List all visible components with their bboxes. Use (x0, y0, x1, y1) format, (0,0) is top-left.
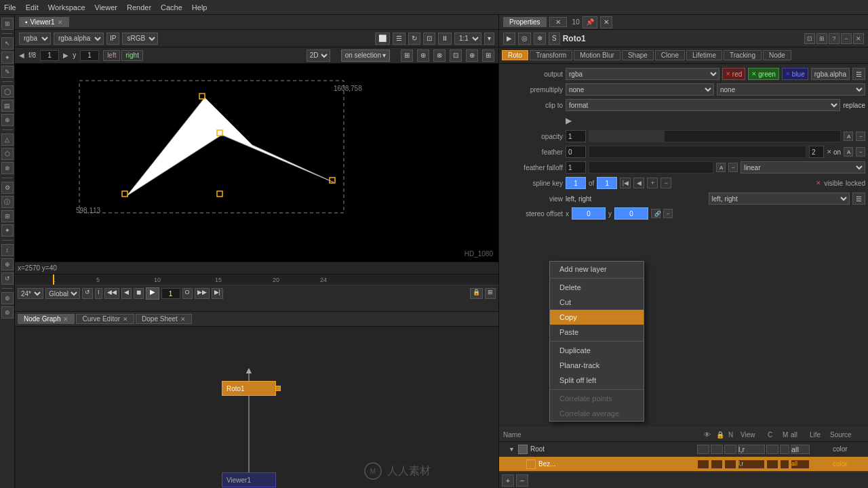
menu-render[interactable]: Render (127, 3, 151, 12)
end-btn[interactable]: ▶| (212, 288, 223, 299)
tool-track[interactable]: ⊕ (1, 114, 14, 126)
add-layer-btn[interactable]: + (502, 474, 514, 487)
ctx-split-off-left[interactable]: Split off left (550, 373, 644, 388)
rgba-select[interactable]: rgba (19, 33, 51, 45)
menu-viewer[interactable]: Viewer (95, 3, 117, 12)
2d-mode-select[interactable]: 2D (307, 49, 330, 62)
roto-tab-shape[interactable]: Shape (622, 50, 654, 60)
curve-editor-tab-close[interactable]: ✕ (123, 316, 128, 323)
pin-icon[interactable]: 📌 (583, 16, 597, 28)
roto-tab-motion-blur[interactable]: Motion Blur (574, 50, 620, 60)
left-view-btn[interactable]: left (103, 50, 120, 61)
unpin-icon[interactable]: ✕ (600, 16, 612, 28)
bez-m-toggle[interactable] (780, 460, 789, 469)
bez-all-toggle[interactable]: all (791, 460, 810, 469)
props-icon-3[interactable]: ? (829, 33, 840, 44)
ctx-paste[interactable]: Paste (550, 325, 644, 340)
props-icon-5[interactable]: ✕ (853, 33, 864, 44)
bez-view-toggle[interactable]: l,r (738, 460, 765, 469)
opacity-anim-btn[interactable]: A (844, 131, 853, 141)
next-frame-btn[interactable]: ▶ (63, 52, 68, 59)
root-view-toggle[interactable]: l,r (738, 445, 765, 454)
viewer-icon-5[interactable]: ⏸ (438, 33, 452, 45)
node-script-icon[interactable]: S (549, 33, 560, 45)
tab-node-graph[interactable]: Node Graph ✕ (18, 314, 75, 324)
stereo-curve-btn[interactable]: ~ (663, 209, 673, 218)
falloff-type-select[interactable]: linear (741, 161, 865, 174)
on-selection-btn[interactable]: on selection ▾ (341, 49, 390, 62)
falloff-curve-btn[interactable]: ~ (728, 163, 738, 172)
frame-range-btn[interactable]: ⊞ (485, 288, 496, 299)
roto-tab-clone[interactable]: Clone (655, 50, 685, 60)
root-all-toggle[interactable]: all (791, 445, 810, 454)
stereo-y-input[interactable]: 0 (614, 207, 648, 220)
step-back-btn[interactable]: ◀◀ (104, 288, 119, 299)
falloff-anim-btn[interactable]: A (716, 163, 726, 172)
bezier-layer-row[interactable]: Bez... l,r all color (499, 457, 868, 472)
viewer-icon-1[interactable]: ⬜ (375, 33, 390, 45)
in-btn[interactable]: I (95, 288, 102, 299)
view-select[interactable]: left, right (709, 192, 850, 205)
node-target-icon[interactable]: ◎ (518, 33, 531, 45)
spline-prev-btn[interactable]: |◀ (620, 178, 631, 188)
opacity-curve-btn[interactable]: ~ (856, 131, 865, 141)
spline-add-btn[interactable]: + (647, 178, 658, 188)
props-icon-2[interactable]: ⊞ (816, 33, 827, 44)
view-menu-btn[interactable]: ☰ (852, 192, 865, 205)
lock-btn[interactable]: 🔒 (470, 288, 483, 299)
root-lock-toggle[interactable] (711, 445, 723, 454)
stereo-x-input[interactable]: 0 (572, 207, 606, 220)
root-expand[interactable]: ▼ (509, 446, 515, 453)
tool-move[interactable]: ⊞ (1, 18, 14, 30)
rgba-alpha-select[interactable]: rgba.alpha (54, 33, 104, 45)
tool-extra4[interactable]: ⊞ (1, 210, 14, 222)
bez-eye-toggle[interactable] (697, 460, 709, 469)
viewer-ctrl-icon-2[interactable]: ⊛ (417, 49, 429, 62)
feather-input[interactable]: 0 (566, 146, 586, 158)
tool-extra5[interactable]: ✦ (1, 224, 14, 237)
feather-falloff-input[interactable]: 1 (566, 161, 586, 174)
spline-total-input[interactable]: 1 (597, 177, 617, 189)
viewer-tab-close[interactable]: ✕ (58, 19, 63, 26)
stereo-link-btn[interactable]: 🔗 (651, 209, 660, 218)
prev-frame-btn[interactable]: ◀ (19, 52, 24, 59)
frame-input[interactable] (40, 50, 59, 61)
colorspace-select[interactable]: sRGB (122, 33, 158, 45)
tool-extra3[interactable]: ⊗ (1, 162, 14, 174)
output-menu-btn[interactable]: ☰ (852, 68, 865, 80)
tool-roto[interactable]: ✦ (1, 52, 14, 64)
tab-dope-sheet[interactable]: Dope Sheet ✕ (136, 314, 192, 324)
tool-nav3[interactable]: ↺ (1, 272, 14, 285)
ctx-duplicate[interactable]: Duplicate (550, 343, 644, 358)
tool-paint[interactable]: ✎ (1, 66, 14, 78)
remove-layer-btn[interactable]: − (516, 474, 528, 487)
node-graph-tab-close[interactable]: ✕ (63, 316, 68, 323)
clip-to-select[interactable]: format (566, 99, 840, 111)
zoom-select[interactable]: 1:1 (454, 33, 481, 45)
spline-del-btn[interactable]: − (660, 178, 671, 188)
ip-btn[interactable]: IP (106, 33, 119, 45)
step-fwd-btn[interactable]: ▶▶ (195, 288, 210, 299)
tool-extra1[interactable]: △ (1, 134, 14, 146)
tool-misc2[interactable]: ⊚ (1, 306, 14, 319)
viewer-icon-4[interactable]: ⊡ (423, 33, 435, 45)
bez-lock-toggle[interactable] (711, 460, 723, 469)
roto-tab-tracking[interactable]: Tracking (724, 50, 762, 60)
viewer-ctrl-icon-3[interactable]: ⊗ (433, 49, 446, 62)
ctx-add-new-layer[interactable]: Add new layer (550, 262, 644, 277)
root-m-toggle[interactable] (780, 445, 789, 454)
tool-extra2[interactable]: ⬡ (1, 148, 14, 160)
roto-tab-roto[interactable]: Roto (502, 50, 528, 60)
feather-curve-btn[interactable]: ~ (856, 147, 865, 157)
output-select[interactable]: rgba (566, 68, 719, 80)
tool-nav2[interactable]: ⊕ (1, 258, 14, 270)
roto-tab-transform[interactable]: Transform (530, 50, 572, 60)
ctx-planar-track[interactable]: Planar-track (550, 358, 644, 373)
spline-prev2-btn[interactable]: ◀ (633, 178, 644, 188)
ctx-cut[interactable]: Cut (550, 295, 644, 310)
menu-file[interactable]: File (4, 3, 16, 12)
feather-anim-btn[interactable]: A (844, 147, 853, 157)
props-icon-1[interactable]: ⊡ (804, 33, 815, 44)
roto-output-connector[interactable] (275, 386, 281, 391)
viewer1-node[interactable]: Viewer1 (222, 472, 276, 487)
